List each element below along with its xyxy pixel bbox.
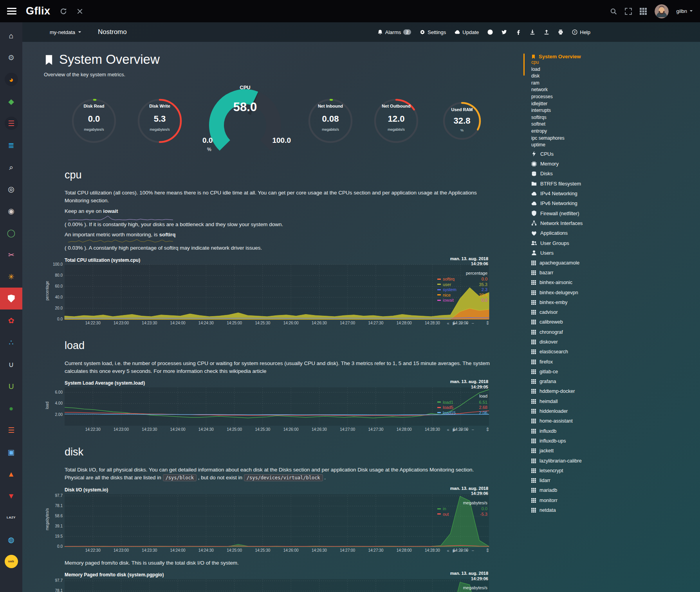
- twitter-icon[interactable]: [502, 29, 507, 35]
- zoom-in-button[interactable]: +: [465, 427, 468, 432]
- github-icon[interactable]: [487, 29, 493, 35]
- in[interactable]: in 0.0: [437, 506, 487, 512]
- tan-circle-app-icon[interactable]: ◉: [0, 200, 22, 222]
- settings-button[interactable]: Settings: [420, 29, 446, 35]
- toc-sub-item[interactable]: entropy: [531, 128, 623, 135]
- green-ring-app-icon[interactable]: ◯: [0, 222, 22, 244]
- import-icon[interactable]: [530, 29, 535, 35]
- gitlab-app-icon[interactable]: ▲: [0, 463, 22, 485]
- toc-container-item[interactable]: jackett: [531, 446, 623, 456]
- user-avatar[interactable]: [655, 4, 669, 18]
- nextcloud-app-icon[interactable]: ∴: [0, 331, 22, 353]
- iowait[interactable]: iowait 0.0: [437, 298, 487, 303]
- toc-container-item[interactable]: letsencrypt: [531, 466, 623, 475]
- zoom-out-button[interactable]: −: [472, 427, 474, 432]
- sab-app-icon[interactable]: sab: [0, 551, 22, 572]
- toc-container-item[interactable]: influxdb-ups: [531, 436, 623, 446]
- red-arrow-app-icon[interactable]: ▼: [0, 485, 22, 507]
- toc-container-item[interactable]: firefox: [531, 357, 623, 367]
- toc-container-item[interactable]: home-assistant: [531, 416, 623, 426]
- white-ring-app-icon[interactable]: ◎: [0, 178, 22, 200]
- toc-container-item[interactable]: grafana: [531, 377, 623, 387]
- shield-app-icon[interactable]: [0, 288, 22, 309]
- net-outbound-gauge[interactable]: Net Outbound 12.0 megabits/s: [367, 92, 426, 150]
- horseshoe-app-icon[interactable]: ∪: [0, 353, 22, 375]
- toc-container-item[interactable]: elasticsearch: [531, 347, 623, 357]
- chart-canvas[interactable]: 14:22:3014:23:0014:23:3014:24:0014:24:30…: [47, 262, 491, 326]
- red-flower-app-icon[interactable]: ✿: [0, 309, 22, 331]
- toc-menu-item[interactable]: CPUs: [531, 149, 623, 159]
- blue-drop-app-icon[interactable]: ◍: [0, 529, 22, 551]
- export-icon[interactable]: [544, 29, 549, 35]
- zoom-out-button[interactable]: −: [472, 548, 474, 553]
- settings-gear-icon[interactable]: ⚙: [0, 47, 22, 68]
- toc-sub-item[interactable]: softirqs: [531, 115, 623, 122]
- print-icon[interactable]: [558, 29, 563, 35]
- toc-menu-item[interactable]: Disks: [531, 169, 623, 178]
- orange-swirl-app-icon[interactable]: ◕: [0, 68, 22, 90]
- chart-canvas[interactable]: 14:22:3014:23:0014:23:3014:24:0014:24:30…: [47, 492, 491, 554]
- user[interactable]: user 35.3: [437, 282, 487, 287]
- apps-grid-icon[interactable]: [640, 8, 647, 15]
- toc-container-item[interactable]: bazarr: [531, 268, 623, 277]
- blue-soundbars-app-icon[interactable]: ≣: [0, 134, 22, 156]
- toc-menu-item[interactable]: IPv6 Networking: [531, 198, 623, 208]
- toc-container-item[interactable]: hddtemp-docker: [531, 387, 623, 396]
- softirq-sparkline-chart[interactable]: [68, 239, 173, 244]
- play-button[interactable]: ▶: [453, 548, 456, 553]
- play-button[interactable]: ▶: [453, 321, 456, 326]
- toc-menu-item[interactable]: Firewall (netfilter): [531, 209, 623, 218]
- close-tab-icon[interactable]: [76, 8, 83, 15]
- zoom-in-button[interactable]: +: [465, 321, 468, 326]
- toc-container-item[interactable]: diskover: [531, 337, 623, 347]
- green-u-app-icon[interactable]: U: [0, 375, 22, 397]
- toc-menu-item[interactable]: IPv4 Networking: [531, 189, 623, 198]
- home-icon[interactable]: ⌂: [0, 25, 22, 47]
- iowait-sparkline-chart[interactable]: [68, 215, 173, 221]
- toc-menu-item[interactable]: Applications: [531, 228, 623, 238]
- toc-sub-item[interactable]: interrupts: [531, 108, 623, 115]
- orange-burst-app-icon[interactable]: ✳: [0, 266, 22, 288]
- search-app-icon[interactable]: ⌕: [0, 156, 22, 178]
- used-ram-gauge[interactable]: Used RAM 32.8 %: [433, 92, 491, 150]
- out[interactable]: out -5.3: [437, 511, 487, 517]
- toc-sub-item[interactable]: softnet: [531, 121, 623, 128]
- net-inbound-gauge[interactable]: Net Inbound 0.08 megabits/s: [301, 92, 360, 150]
- chart-resize-handle[interactable]: ⇕: [485, 547, 490, 553]
- chart-resize-handle[interactable]: ⇕: [485, 320, 490, 326]
- wikipedia-link[interactable]: wikipedia article: [229, 368, 266, 374]
- stacked-bars-app-icon[interactable]: ☰: [0, 419, 22, 441]
- hamburger-menu-button[interactable]: [7, 6, 16, 16]
- dark-green-circle-app-icon[interactable]: ●: [0, 397, 22, 419]
- toc-container-item[interactable]: cadvisor: [531, 307, 623, 317]
- toc-container-item[interactable]: calibreweb: [531, 317, 623, 327]
- disk-read-gauge[interactable]: Disk Read 0.0 megabytes/s: [65, 92, 123, 150]
- green-diamond-app-icon[interactable]: ◆: [0, 90, 22, 112]
- toc-container-item[interactable]: gitlab-ce: [531, 367, 623, 376]
- pan-backward-button[interactable]: «: [447, 321, 449, 326]
- toc-container-item[interactable]: lidarr: [531, 476, 623, 486]
- nice[interactable]: nice 20.4: [437, 292, 487, 298]
- toc-container-item[interactable]: binhex-emby: [531, 297, 623, 307]
- alarms-button[interactable]: Alarms 2: [377, 29, 411, 35]
- toc-sub-item[interactable]: uptime: [531, 142, 623, 149]
- toc-sub-item[interactable]: network: [531, 87, 623, 94]
- toc-container-item[interactable]: binhex-airsonic: [531, 278, 623, 288]
- toc-sub-item[interactable]: ram: [531, 80, 623, 87]
- pan-forward-button[interactable]: »: [460, 427, 462, 432]
- toc-sub-item[interactable]: processes: [531, 94, 623, 101]
- toc-container-item[interactable]: netdata: [531, 505, 623, 515]
- cpu-gauge[interactable]: CPU 58.0 0.0 100.0 %: [196, 86, 294, 156]
- pan-backward-button[interactable]: «: [447, 548, 449, 553]
- toc-menu-item[interactable]: Users: [531, 248, 623, 258]
- toc-container-item[interactable]: chronograf: [531, 327, 623, 337]
- refresh-tab-icon[interactable]: [60, 8, 67, 15]
- chart-canvas[interactable]: 14:22:3014:23:0014:23:3014:24:0014:24:30…: [47, 385, 491, 433]
- toc-container-item[interactable]: binhex-delugevpn: [531, 288, 623, 297]
- load5[interactable]: load5 2.68: [437, 405, 487, 410]
- fullscreen-icon[interactable]: [625, 8, 632, 15]
- help-button[interactable]: Help: [572, 29, 590, 35]
- toc-menu-item[interactable]: Memory: [531, 159, 623, 169]
- softirq[interactable]: softirq 0.0: [437, 277, 487, 282]
- toc-container-item[interactable]: heimdall: [531, 396, 623, 406]
